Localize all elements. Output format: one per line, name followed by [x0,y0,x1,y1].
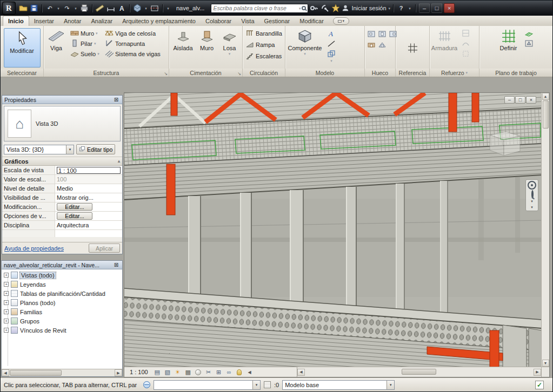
property-row[interactable]: Escala de vista1 : 100 [2,166,122,175]
undo-dropdown-icon[interactable]: ▾ [56,3,61,13]
dialog-launcher-icon[interactable]: ↘ [164,71,168,76]
componente-button[interactable]: Componente ▾ [287,27,323,69]
view-type-combo[interactable]: Vista 3D: {3D}▾ [4,145,74,154]
render-icon[interactable] [194,368,203,376]
help-icon[interactable]: ? [396,3,406,13]
measure-icon[interactable] [95,3,105,13]
muro-cimentacion-button[interactable]: Muro [196,27,218,69]
tree-item-familias[interactable]: +Familias [2,307,122,316]
viewport-vertical-scrollbar[interactable]: ▲ ▼ [541,93,549,367]
default-3d-view-icon[interactable] [132,3,142,13]
property-row[interactable]: Opciones de v...Editar... [2,212,122,221]
escaleras-button[interactable]: Escaleras [244,51,284,61]
worksets-combo[interactable]: ▾ [154,380,261,390]
search-input[interactable] [213,5,298,11]
redo-icon[interactable]: ↷ [62,3,72,13]
componente-dropdown-icon[interactable]: ▾ [304,52,306,56]
view-minimize-icon[interactable]: – [504,96,515,104]
sun-path-icon[interactable]: ☀ [174,368,182,376]
navbar-dropdown-icon[interactable]: ▾ [531,199,533,204]
communication-center-icon[interactable] [320,3,330,13]
viewport-horizontal-scrollbar[interactable]: ◀ ▶ [297,367,541,377]
revit-app-button[interactable]: R [2,2,16,15]
panel-label-modelo[interactable]: Modelo [285,69,364,77]
sistema-vigas-button[interactable]: Sistema de vigas [103,49,167,59]
steering-wheel-icon[interactable] [528,181,536,190]
definir-button[interactable]: Definir [496,27,521,69]
qat-customize-icon[interactable]: ▾ [165,3,171,13]
design-options-combo[interactable]: Modelo base▾ [282,380,395,390]
panel-label-cimentacion[interactable]: Cimentación↘ [169,69,242,77]
signin-dropdown-icon[interactable]: ▾ [389,6,391,10]
hide-isolate-icon[interactable]: ∞ [225,368,234,376]
expand-icon[interactable]: + [4,282,9,287]
properties-group-graficos[interactable]: Gráficos▴ [2,157,122,166]
grid-icon[interactable] [408,43,418,53]
suelo-button[interactable]: Suelo▾ [69,49,102,59]
project-browser-header[interactable]: nave_alveolar_reticular_revit - Nave... … [2,261,122,269]
favorites-icon[interactable] [331,3,341,13]
opening-dormer-icon[interactable] [377,39,387,50]
barandilla-button[interactable]: Barandilla [244,28,284,38]
help-search-field[interactable]: ▾ [211,4,308,13]
tab-vista[interactable]: Vista [236,16,259,26]
undo-icon[interactable]: ↶ [45,3,55,13]
section-icon[interactable] [150,3,159,13]
tree-item-planos[interactable]: +Planos (todo) [2,298,122,307]
scroll-right-icon[interactable]: ▶ [534,369,541,376]
editable-requests-icon[interactable] [264,381,271,388]
signin-button[interactable]: Iniciar sesión ▾ [342,4,390,12]
edit-display-options-button[interactable]: Editar... [57,212,92,220]
opening-by-face-icon[interactable] [366,29,376,39]
visual-style-icon[interactable]: ▧ [163,368,172,376]
opening-wall-icon[interactable] [366,39,376,50]
model-group-dropdown-icon[interactable]: ▾ [330,59,332,63]
browser-horizontal-scrollbar[interactable]: ◀ ▶ [2,369,122,376]
tab-modificar[interactable]: Modificar [295,16,329,26]
tab-colaborar[interactable]: Colaborar [201,16,236,26]
model-3d-view[interactable] [124,93,542,368]
crop-view-icon[interactable]: ✂ [204,368,213,376]
scrollbar-thumb[interactable] [402,369,436,375]
tab-insertar[interactable]: Insertar [29,16,59,26]
shadows-icon[interactable]: ▩ [184,368,192,376]
armadura-button[interactable]: Armadura [431,27,458,69]
modificar-button[interactable]: Modificar [4,28,41,67]
viga-button[interactable]: Viga [45,27,68,69]
property-row[interactable]: Visibilidad de ...Mostrar orig... [2,193,122,202]
navbar-options-icon[interactable]: ▾ [531,205,533,209]
chevron-down-icon[interactable]: ▾ [387,381,394,389]
redo-dropdown-icon[interactable]: ▾ [73,3,78,13]
text-icon[interactable]: A [117,3,126,13]
scale-value-field[interactable]: 1 : 100 [57,167,121,174]
scroll-down-icon[interactable]: ▼ [542,360,549,367]
property-row[interactable]: Valor de escal...100 [2,175,122,184]
tab-anotar[interactable]: Anotar [59,16,86,26]
panel-label-seleccionar[interactable]: Seleccionar [1,69,43,77]
view-restore-icon[interactable]: □ [515,96,525,104]
print-icon[interactable] [79,3,89,13]
scroll-up-icon[interactable]: ▲ [542,93,549,100]
property-row[interactable]: Modificacion...Editar... [2,202,122,212]
minimize-button[interactable]: – [419,3,430,13]
chevron-down-icon[interactable]: ▾ [252,381,260,389]
model-line-icon[interactable] [327,38,337,49]
property-row[interactable]: Nivel de detalleMedio [2,184,122,193]
zoom-icon[interactable] [530,191,534,198]
detail-level-icon[interactable]: ▤ [153,368,162,376]
pilar-button[interactable]: Pilar▾ [69,38,102,49]
edit-visibility-button[interactable]: Editar... [57,203,92,211]
type-selector[interactable]: ⌂ Vista 3D [4,106,121,141]
properties-help-link[interactable]: Ayuda de propiedades [4,245,64,252]
panel-label-refuerzo[interactable]: Refuerzo▾ [430,69,479,77]
model-group-icon[interactable] [327,49,337,59]
subscription-center-icon[interactable] [309,3,319,13]
close-button[interactable]: × [444,3,455,13]
workplane-viewer-icon[interactable] [524,38,534,49]
losa-dropdown-icon[interactable]: ▾ [229,52,231,56]
expand-icon[interactable]: + [4,300,9,305]
save-icon[interactable] [29,3,39,13]
refuerzo-dropdown-icon[interactable]: ▾ [466,71,468,75]
viewbar-collapse-icon[interactable]: ◀ [245,368,254,376]
search-dropdown-icon[interactable]: ▾ [299,6,301,10]
